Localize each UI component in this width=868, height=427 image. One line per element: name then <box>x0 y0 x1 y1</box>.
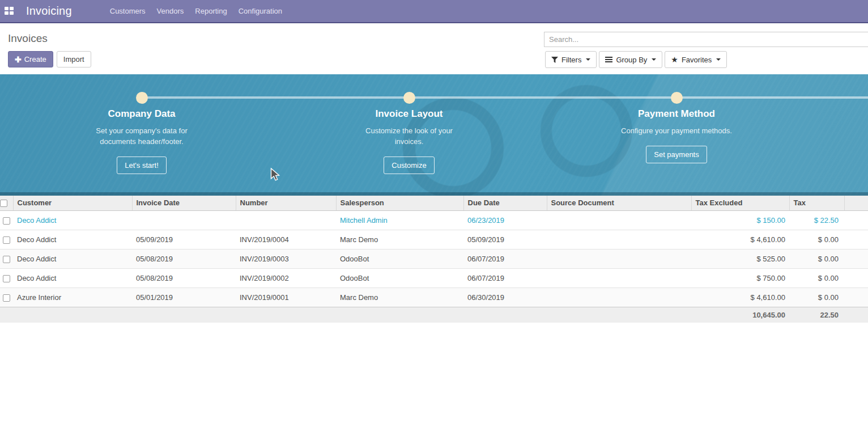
col-header-number[interactable]: Number <box>236 196 336 210</box>
favorites-button[interactable]: ★ Favorites <box>665 51 727 68</box>
onboarding-step-payment-method: Payment Method Configure your payment me… <box>597 108 756 163</box>
search-input[interactable] <box>544 32 868 47</box>
cell-tax[interactable]: $ 0.00 <box>789 230 844 249</box>
step-description: Configure your payment methods. <box>613 125 741 136</box>
cell-salesperson[interactable]: OdooBot <box>336 268 463 288</box>
menu-reporting[interactable]: Reporting <box>189 0 232 23</box>
cell-invoice-date[interactable]: 05/01/2019 <box>132 288 236 307</box>
footer-total-tax: 22.50 <box>789 307 844 323</box>
cell-due-date[interactable]: 06/23/2019 <box>463 210 547 230</box>
row-checkbox[interactable] <box>3 256 10 263</box>
menu-configuration[interactable]: Configuration <box>233 0 288 23</box>
apps-menu-icon[interactable] <box>5 7 14 15</box>
col-header-tax-excluded[interactable]: Tax Excluded <box>691 196 789 210</box>
cell-number[interactable]: INV/2019/0003 <box>236 249 336 268</box>
cell-invoice-date[interactable]: 05/08/2019 <box>132 249 236 268</box>
col-header-invoice-date[interactable]: Invoice Date <box>132 196 236 210</box>
plus-icon: ✚ <box>15 55 22 64</box>
cell-tax-excluded[interactable]: $ 525.00 <box>691 249 789 268</box>
set-payments-button[interactable]: Set payments <box>646 146 707 163</box>
table-row[interactable]: Deco Addict 05/09/2019 INV/2019/0004 Mar… <box>0 230 868 249</box>
cell-invoice-date[interactable]: 05/08/2019 <box>132 268 236 288</box>
filter-funnel-icon <box>551 57 558 63</box>
create-button[interactable]: ✚ Create <box>8 51 53 67</box>
cell-tax-excluded[interactable]: $ 150.00 <box>691 210 789 230</box>
cell-tax-excluded[interactable]: $ 750.00 <box>691 268 789 288</box>
step-title: Company Data <box>62 108 221 120</box>
cell-salesperson[interactable]: Marc Demo <box>336 288 463 307</box>
select-all-checkbox[interactable] <box>0 200 7 207</box>
onboarding-step-invoice-layout: Invoice Layout Customize the look of you… <box>330 108 488 174</box>
cell-salesperson[interactable]: OdooBot <box>336 249 463 268</box>
col-header-due-date[interactable]: Due Date <box>463 196 547 210</box>
col-header-tax[interactable]: Tax <box>789 196 844 210</box>
table-row[interactable]: Deco Addict Mitchell Admin 06/23/2019 $ … <box>0 210 868 230</box>
page-title: Invoices <box>8 32 48 45</box>
menu-customers[interactable]: Customers <box>104 0 151 23</box>
cell-tax-excluded[interactable]: $ 4,610.00 <box>691 230 789 249</box>
cell-number[interactable]: INV/2019/0004 <box>236 230 336 249</box>
cell-tax[interactable]: $ 0.00 <box>789 249 844 268</box>
import-button[interactable]: Import <box>57 51 91 67</box>
app-title[interactable]: Invoicing <box>26 5 72 18</box>
filters-button[interactable]: Filters <box>545 51 597 68</box>
row-checkbox[interactable] <box>3 236 10 244</box>
table-row[interactable]: Azure Interior 05/01/2019 INV/2019/0001 … <box>0 288 868 307</box>
cell-customer[interactable]: Azure Interior <box>13 288 132 307</box>
search-filter-buttons: Filters Group By ★ Favorites <box>545 51 727 68</box>
onboarding-timeline <box>142 96 868 99</box>
cell-customer[interactable]: Deco Addict <box>13 249 132 268</box>
col-header-salesperson[interactable]: Salesperson <box>336 196 463 210</box>
row-checkbox[interactable] <box>3 275 10 282</box>
chevron-down-icon <box>586 58 590 61</box>
cell-source-document[interactable] <box>547 210 691 230</box>
cell-salesperson[interactable]: Marc Demo <box>336 230 463 249</box>
menu-vendors[interactable]: Vendors <box>151 0 190 23</box>
cell-number[interactable]: INV/2019/0001 <box>236 288 336 307</box>
chevron-down-icon <box>716 58 721 61</box>
cell-due-date[interactable]: 06/07/2019 <box>463 268 547 288</box>
footer-total-tax-excluded: 10,645.00 <box>691 307 789 323</box>
cell-due-date[interactable]: 06/30/2019 <box>463 288 547 307</box>
group-by-button[interactable]: Group By <box>599 51 662 68</box>
lets-start-button[interactable]: Let's start! <box>117 157 167 174</box>
action-buttons: ✚ Create Import <box>8 51 91 67</box>
cell-tax-excluded[interactable]: $ 4,610.00 <box>691 288 789 307</box>
select-all-cell <box>0 196 13 210</box>
cell-tax[interactable]: $ 0.00 <box>789 288 844 307</box>
cell-source-document[interactable] <box>547 230 691 249</box>
cell-due-date[interactable]: 06/07/2019 <box>463 249 547 268</box>
step-dot-company-data <box>136 92 148 104</box>
cell-due-date[interactable]: 05/09/2019 <box>463 230 547 249</box>
step-description: Set your company's data for documents he… <box>78 125 206 147</box>
row-checkbox[interactable] <box>3 217 10 225</box>
cell-tax[interactable]: $ 22.50 <box>789 210 844 230</box>
row-checkbox[interactable] <box>3 294 10 302</box>
table-row[interactable]: Deco Addict 05/08/2019 INV/2019/0002 Odo… <box>0 268 868 288</box>
customize-button[interactable]: Customize <box>384 157 434 174</box>
star-icon: ★ <box>671 55 678 64</box>
cell-customer[interactable]: Deco Addict <box>13 210 132 230</box>
col-header-empty <box>844 196 868 210</box>
table-row[interactable]: Deco Addict 05/08/2019 INV/2019/0003 Odo… <box>0 249 868 268</box>
chevron-down-icon <box>652 58 656 61</box>
cell-source-document[interactable] <box>547 288 691 307</box>
top-navbar: Invoicing Customers Vendors Reporting Co… <box>0 0 868 23</box>
cell-number[interactable] <box>236 210 336 230</box>
cell-tax[interactable]: $ 0.00 <box>789 268 844 288</box>
onboarding-step-company-data: Company Data Set your company's data for… <box>62 108 221 174</box>
step-dot-payment-method <box>671 92 683 104</box>
cell-source-document[interactable] <box>547 268 691 288</box>
cell-invoice-date[interactable] <box>132 210 236 230</box>
cell-salesperson[interactable]: Mitchell Admin <box>336 210 463 230</box>
cell-invoice-date[interactable]: 05/09/2019 <box>132 230 236 249</box>
cell-customer[interactable]: Deco Addict <box>13 230 132 249</box>
cell-number[interactable]: INV/2019/0002 <box>236 268 336 288</box>
cell-customer[interactable]: Deco Addict <box>13 268 132 288</box>
cell-source-document[interactable] <box>547 249 691 268</box>
col-header-customer[interactable]: Customer <box>13 196 132 210</box>
col-header-source-document[interactable]: Source Document <box>547 196 691 210</box>
invoice-list-table: Customer Invoice Date Number Salesperson… <box>0 196 868 323</box>
table-header-row: Customer Invoice Date Number Salesperson… <box>0 196 868 210</box>
navbar-menus: Customers Vendors Reporting Configuratio… <box>104 0 288 23</box>
